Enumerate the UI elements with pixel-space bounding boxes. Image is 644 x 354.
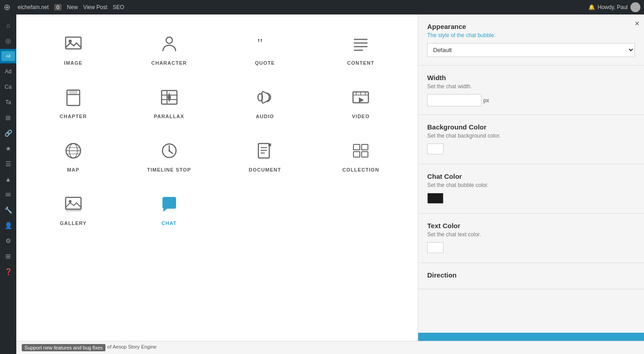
- component-timeline-stop[interactable]: TIMELINE STOP: [121, 130, 217, 184]
- px-label: px: [483, 97, 489, 104]
- chat-color-description: Set the chat bubble color.: [427, 182, 635, 188]
- sidebar-icon-help[interactable]: ❓: [0, 264, 16, 279]
- collection-icon: [352, 142, 370, 163]
- audio-icon: [256, 88, 274, 109]
- support-link[interactable]: Support new features and bug fixes: [22, 344, 105, 351]
- component-chapter-label: CHAPTER: [60, 114, 87, 119]
- width-input-row: px: [427, 94, 635, 106]
- site-link[interactable]: eichefam.net: [18, 4, 49, 10]
- component-chat-label: CHAT: [162, 220, 177, 226]
- sidebar-icon-analytics[interactable]: ◎: [0, 33, 16, 48]
- sidebar-icon-arrow[interactable]: ▲: [0, 172, 16, 187]
- component-timeline-stop-label: TIMELINE STOP: [147, 167, 191, 172]
- component-audio[interactable]: AUDIO: [217, 77, 313, 130]
- component-gallery[interactable]: GALLERY: [25, 184, 121, 237]
- appearance-select[interactable]: Default Style 1 Style 2: [427, 43, 635, 57]
- sidebar-icon-forms[interactable]: ⊞: [0, 110, 16, 125]
- chat-color-swatch[interactable]: [427, 193, 444, 204]
- sidebar-icon-tag[interactable]: Ta: [0, 95, 16, 110]
- bg-color-title: Background Color: [427, 123, 635, 131]
- text-color-section: Text Color Set the chat text color.: [418, 214, 644, 263]
- sidebar-icon-wrench[interactable]: 🔧: [0, 203, 16, 217]
- notification-icon: 🔔: [588, 4, 595, 10]
- map-icon: [64, 142, 82, 163]
- component-document[interactable]: DOCUMENT: [217, 130, 313, 184]
- svg-rect-38: [66, 197, 81, 209]
- settings-panel: × Appearance The style of the chat bubbl…: [418, 14, 644, 354]
- appearance-description: The style of the chat bubble.: [427, 32, 635, 38]
- width-input[interactable]: [427, 94, 482, 106]
- component-grid: IMAGE CHARACTER " QUOT: [25, 24, 409, 237]
- svg-point-28: [168, 150, 170, 152]
- sidebar-icon-grid[interactable]: ⊞: [0, 249, 16, 263]
- timeline-icon: [160, 142, 178, 163]
- close-button[interactable]: ×: [634, 19, 639, 29]
- sidebar-posts-label: All: [1, 51, 15, 61]
- wp-logo-icon: ⊕: [4, 2, 10, 12]
- sidebar-icon-users[interactable]: 👤: [0, 218, 16, 233]
- gallery-icon: [64, 195, 82, 216]
- sidebar-icon-settings[interactable]: ⚙: [0, 234, 16, 248]
- appearance-title: Appearance: [427, 23, 635, 30]
- component-parallax-label: PARALLAX: [154, 114, 184, 119]
- width-description: Set the chat width.: [427, 83, 635, 90]
- svg-rect-34: [353, 144, 360, 150]
- component-collection-label: COLLECTION: [342, 167, 379, 172]
- sidebar-icon-dashboard[interactable]: ⌂: [0, 18, 16, 33]
- howdy-section: 🔔 Howdy, Paul: [588, 2, 640, 12]
- svg-rect-33: [268, 144, 271, 146]
- bg-color-description: Set the chat background color.: [427, 133, 635, 139]
- svg-rect-35: [362, 144, 368, 150]
- sidebar-icon-add[interactable]: Ad: [0, 64, 16, 79]
- appearance-section: Appearance The style of the chat bubble.…: [418, 14, 644, 66]
- width-title: Width: [427, 74, 635, 81]
- component-quote[interactable]: " QUOTE: [217, 24, 313, 77]
- sidebar-icon-pages[interactable]: ☰: [0, 157, 16, 171]
- component-quote-label: QUOTE: [255, 60, 275, 66]
- component-parallax[interactable]: PARALLAX: [121, 77, 217, 130]
- component-document-label: DOCUMENT: [249, 167, 281, 172]
- svg-rect-37: [362, 152, 368, 157]
- text-color-swatch[interactable]: [427, 242, 444, 253]
- howdy-text: Howdy, Paul: [598, 4, 628, 10]
- chapter-icon: [64, 88, 82, 109]
- parallax-icon: [160, 88, 178, 109]
- chat-color-section: Chat Color Set the chat bubble color.: [418, 164, 644, 214]
- text-color-description: Set the chat text color.: [427, 231, 635, 238]
- content-icon: [352, 35, 370, 56]
- text-color-title: Text Color: [427, 222, 635, 230]
- view-post-link[interactable]: View Post: [83, 4, 107, 10]
- admin-bar: ⊕ eichefam.net 0 New View Post SEO 🔔 How…: [0, 0, 644, 14]
- seo-link[interactable]: SEO: [113, 4, 124, 10]
- avatar: [630, 2, 640, 12]
- component-content[interactable]: CONTENT: [313, 24, 409, 77]
- component-map[interactable]: MAP: [25, 130, 121, 184]
- direction-section: Direction: [418, 263, 644, 289]
- direction-title: Direction: [427, 271, 635, 279]
- sidebar-icon-star[interactable]: ★: [0, 141, 16, 156]
- svg-point-2: [166, 37, 172, 43]
- width-section: Width Set the chat width. px: [418, 66, 644, 115]
- svg-rect-0: [66, 37, 81, 49]
- component-character-label: CHARACTER: [151, 60, 187, 66]
- component-character[interactable]: CHARACTER: [121, 24, 217, 77]
- component-collection[interactable]: COLLECTION: [313, 130, 409, 184]
- component-map-label: MAP: [67, 167, 79, 172]
- component-video-label: VIDEO: [352, 114, 370, 119]
- component-video[interactable]: VIDEO: [313, 77, 409, 130]
- component-chat[interactable]: CHAT: [121, 184, 217, 237]
- footer-engine-text: of Aesop Story Engine: [107, 344, 157, 351]
- component-image-label: IMAGE: [64, 60, 82, 66]
- chat-color-title: Chat Color: [427, 172, 635, 180]
- component-chapter[interactable]: CHAPTER: [25, 77, 121, 130]
- sidebar-icon-cat[interactable]: Ca: [0, 80, 16, 94]
- left-sidebar: ⌂ ◎ All Ad Ca Ta ⊞ 🔗 ★ ☰ ▲ ✉ 🔧 👤 ⚙ ⊞ ❓: [0, 14, 16, 354]
- new-link[interactable]: New: [67, 4, 78, 10]
- component-image[interactable]: IMAGE: [25, 24, 121, 77]
- bg-color-swatch[interactable]: [427, 144, 444, 154]
- sidebar-icon-posts[interactable]: All: [0, 49, 16, 63]
- sidebar-icon-mail[interactable]: ✉: [0, 187, 16, 202]
- chat-icon: [160, 195, 178, 216]
- sidebar-icon-links[interactable]: 🔗: [0, 126, 16, 140]
- svg-marker-12: [167, 92, 171, 102]
